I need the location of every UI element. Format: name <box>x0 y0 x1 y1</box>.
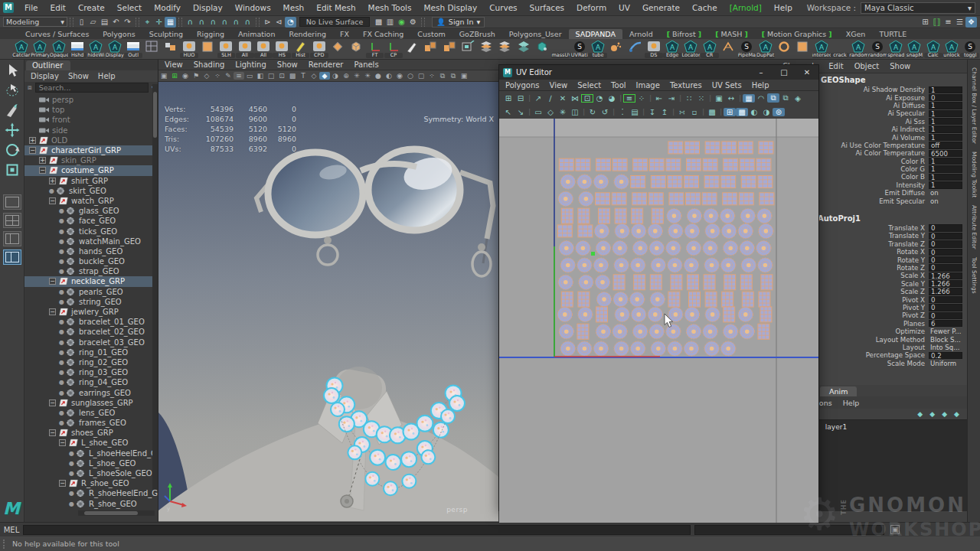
shelf-button-scale[interactable] <box>459 39 477 53</box>
outliner-item-watchmain-geo[interactable]: ● watchMain_GEO <box>24 236 158 246</box>
collapse-icon[interactable]: − <box>29 147 36 154</box>
channel-row-emit-diffuse[interactable]: Emit Diffuse on <box>796 189 967 197</box>
list-a-icon[interactable]: ≡ <box>942 17 954 28</box>
viewport-menu-renderer[interactable]: Renderer <box>309 60 344 69</box>
viewport-toolbar-icon-25[interactable]: ⁘ <box>426 72 437 80</box>
channel-value-ai-volume[interactable]: 1 <box>929 134 962 141</box>
shelf-button-edge[interactable]: A Edge <box>663 39 681 58</box>
viewport-toolbar-icon-5[interactable]: ⁘ <box>212 72 223 80</box>
shelf-button-brush[interactable] <box>626 39 645 53</box>
outliner-item-ring-02-geo[interactable]: ● ring_02_GEO <box>24 357 158 367</box>
menu-mesh-tools[interactable]: Mesh Tools <box>362 3 418 12</box>
viewport-toolbar-icon-15[interactable]: ◆ <box>319 72 330 80</box>
uv-toolbar-icon-0[interactable]: ⊞ <box>502 94 514 103</box>
viewport-toolbar-icon-3[interactable]: ⚑ <box>191 72 201 80</box>
shelf-button-snapm[interactable]: A snapM <box>906 39 924 58</box>
channel-row-ai-color-temperature[interactable]: Ai Color Temperature 6500 <box>796 149 967 157</box>
menu-modify[interactable]: Modify <box>148 3 187 12</box>
viewport-toolbar-icon-20[interactable]: ● <box>373 72 384 80</box>
channel-row-ai-use-color-temperature[interactable]: Ai Use Color Temperature off <box>796 142 967 149</box>
shelf-button-calc[interactable]: A Calc <box>924 39 942 58</box>
redo-icon[interactable]: ↷ <box>122 17 133 28</box>
channel-value-layout-method[interactable]: Block S... <box>929 336 962 344</box>
channel-value-layout[interactable]: Into Sq... <box>929 344 962 351</box>
channel-row-rotate-y[interactable]: Rotate Y 0 <box>796 256 967 263</box>
shelf-button-extrude[interactable] <box>422 39 440 53</box>
uv-menu-polygons[interactable]: Polygons <box>505 81 540 90</box>
output-connections-icon[interactable]: ⊲ <box>273 17 285 28</box>
channel-box-menu-show[interactable]: Show <box>890 62 910 70</box>
shelf-button-hshd[interactable]: Hshd <box>68 39 87 58</box>
single-pane-layout[interactable] <box>3 194 21 210</box>
shelf-button-duppat[interactable]: A DupPat <box>756 39 775 58</box>
menu-cache[interactable]: Cache <box>686 3 724 12</box>
shelf-tab-xgen[interactable]: XGen <box>839 29 873 39</box>
shelf-tab-motion-graphics[interactable]: [ Motion Graphics ] <box>755 29 839 39</box>
no-live-surface-field[interactable]: No Live Surface <box>299 17 370 27</box>
channel-value-scale-y[interactable]: 1.266 <box>929 280 962 287</box>
uv-toolbar-icon-18[interactable]: ▫ <box>688 108 701 116</box>
shelf-tab-fx-caching[interactable]: FX Caching <box>356 29 410 39</box>
shelf-button-cp[interactable]: CP <box>384 39 403 58</box>
uv-toolbar-icon-21[interactable]: ↔ <box>725 94 737 103</box>
shelf-button-cr[interactable]: A CR <box>701 39 719 58</box>
shelf-button-all[interactable]: All <box>254 39 273 58</box>
uv-toolbar-icon-12[interactable]: ⁘ <box>635 94 648 103</box>
uv-toolbar-icon-15[interactable]: ⇥ <box>665 94 678 103</box>
channel-row-percentage-space[interactable]: Percentage Space 0.2 <box>796 351 967 359</box>
menu-mesh[interactable]: Mesh <box>277 3 311 12</box>
uv-toolbar-icon-20[interactable]: ▩ <box>706 108 718 116</box>
uv-toolbar-icon-6[interactable]: ⋈ <box>569 94 581 103</box>
input-node-name[interactable]: polyAutoProj1 <box>796 212 967 224</box>
lasso-tool[interactable] <box>3 81 21 99</box>
input-connections-icon[interactable]: ⊳ <box>262 17 273 28</box>
shelf-button-all[interactable]: All <box>236 39 254 58</box>
channel-value-pivot-y[interactable]: 0 <box>929 304 962 311</box>
menu-generate[interactable]: Generate <box>636 3 686 12</box>
shelf-button-hs[interactable]: HS <box>273 39 291 58</box>
shelf-button-slh[interactable]: SLH <box>217 39 236 58</box>
menu-edit-mesh[interactable]: Edit Mesh <box>310 3 361 12</box>
script-editor-icon[interactable]: ▣ <box>890 525 900 534</box>
move-layer-up-icon[interactable]: ◆ <box>917 410 923 418</box>
shelf-tab-polygons[interactable]: Polygons <box>96 29 142 39</box>
shelf-button-catclar[interactable]: A Catclar <box>12 39 31 58</box>
outliner-item-strap-geo[interactable]: ● strap_GEO <box>24 266 158 276</box>
outliner-item-string-geo[interactable]: ● string_GEO <box>24 297 158 307</box>
channel-row-ai-specular[interactable]: Ai Specular 1 <box>796 109 967 117</box>
channel-value-scale-mode[interactable]: Uniform <box>929 360 962 367</box>
outliner-item-old[interactable]: + OLD <box>24 135 158 145</box>
menu-curves[interactable]: Curves <box>483 3 523 12</box>
uv-toolbar-icon-8[interactable]: ◔ <box>593 94 606 103</box>
workspace-select[interactable]: Maya Classic▾ <box>861 2 975 14</box>
uv-toolbar-icon-24[interactable]: ◠ <box>755 94 767 103</box>
outliner-item-lens-geo[interactable]: ● lens_GEO <box>24 408 158 418</box>
uv-toolbar-icon-25[interactable]: ⧉ <box>767 93 779 103</box>
channel-value-intensity[interactable]: 1 <box>929 181 962 188</box>
outliner-item-sunglasses-grp[interactable]: − sunglasses_GRP <box>24 398 158 408</box>
layer-row[interactable]: R ╱│ layer1 <box>799 422 964 431</box>
channel-value-color-r[interactable]: 1 <box>929 158 962 165</box>
channel-row-layout[interactable]: Layout Into Sq... <box>796 344 967 351</box>
render-settings-icon[interactable]: ⚙ <box>407 17 419 28</box>
menu-display[interactable]: Display <box>187 3 229 12</box>
uv-toolbar-icon-3[interactable]: ▭ <box>532 108 544 116</box>
channel-box-menu-edit[interactable]: Edit <box>828 62 843 70</box>
shelf-button-ringd[interactable] <box>775 39 793 53</box>
shelf-button-crack[interactable]: crack <box>831 39 849 58</box>
shelf-button-unlock[interactable]: A unlock <box>942 39 961 58</box>
channel-value-percentage-space[interactable]: 0.2 <box>929 352 962 359</box>
collapse-icon[interactable]: − <box>49 429 56 436</box>
channel-row-scale-z[interactable]: Scale Z 1.266 <box>796 288 967 295</box>
outliner-item-persp[interactable]: persp <box>24 95 158 105</box>
outliner-item-watch-grp[interactable]: − watch_GRP <box>24 196 158 206</box>
collapse-icon[interactable]: − <box>49 308 56 315</box>
perspective-viewport[interactable]: ViewShadingLightingShowRendererPanels ▣⊞… <box>158 60 498 522</box>
channel-row-translate-x[interactable]: Translate X 0 <box>796 224 967 232</box>
menu-help[interactable]: Help <box>768 3 799 12</box>
shelf-button-extrude[interactable] <box>440 39 459 53</box>
outliner-item-ring-01-geo[interactable]: ● ring_01_GEO <box>24 347 158 357</box>
snap-curve-icon[interactable]: ∩ <box>196 17 207 28</box>
outliner-item-front[interactable]: front <box>24 115 158 125</box>
outliner-item-necklace-grp[interactable]: − necklace_GRP <box>24 276 158 286</box>
